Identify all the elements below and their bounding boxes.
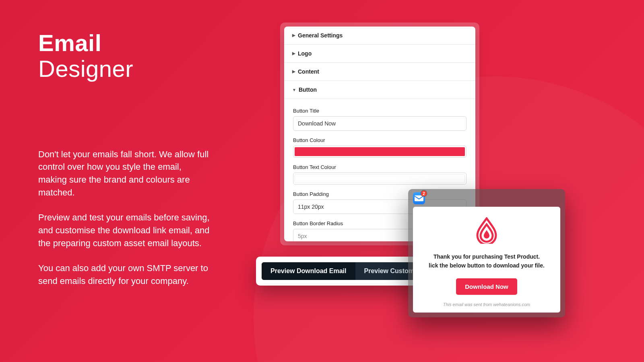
caret-right-icon: ▶: [292, 33, 295, 37]
email-body-preview: Thank you for purchasing Test Product. l…: [413, 207, 560, 313]
button-title-input[interactable]: [293, 116, 466, 131]
page-title: Email Designer: [38, 30, 211, 82]
button-colour-input[interactable]: [293, 146, 466, 158]
accordion-logo[interactable]: ▶ Logo: [284, 45, 475, 63]
caret-right-icon: ▶: [292, 51, 295, 56]
button-text-colour-input[interactable]: [293, 173, 466, 185]
download-now-button[interactable]: Download Now: [456, 278, 517, 295]
accordion-general-settings[interactable]: ▶ General Settings: [284, 27, 475, 45]
caret-right-icon: ▶: [292, 69, 295, 74]
brand-drop-icon: [475, 217, 498, 244]
button-colour-label: Button Colour: [293, 137, 466, 143]
hero-paragraph-2: Preview and test your emails before savi…: [38, 211, 211, 250]
mail-app-icon: 2: [413, 192, 425, 204]
email-thank-you-line: Thank you for purchasing Test Product.: [419, 253, 554, 260]
hero-paragraph-3: You can also add your own SMTP server to…: [38, 262, 211, 288]
marketing-copy-column: Email Designer Don't let your emails fal…: [38, 30, 211, 300]
button-title-label: Button Title: [293, 108, 466, 114]
tab-preview-download-email[interactable]: Preview Download Email: [262, 262, 355, 280]
button-text-colour-label: Button Text Colour: [293, 164, 466, 170]
accordion-button[interactable]: ▼ Button: [284, 81, 475, 99]
email-footer-text: This email was sent from wehateanions.co…: [419, 302, 554, 307]
accordion-content[interactable]: ▶ Content: [284, 63, 475, 81]
email-instruction-line: lick the below button to download your f…: [419, 262, 554, 269]
mail-notification-badge: 2: [421, 191, 427, 196]
email-preview-window: 2 Thank you for purchasing Test Product.…: [408, 189, 565, 317]
svg-rect-0: [415, 195, 423, 202]
hero-paragraph-1: Don't let your emails fall short. We all…: [38, 148, 211, 200]
caret-down-icon: ▼: [292, 88, 296, 92]
